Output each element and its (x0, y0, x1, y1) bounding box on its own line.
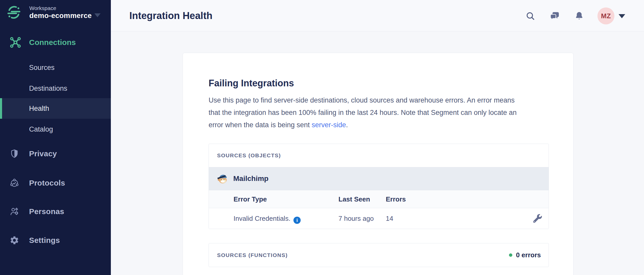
search-icon[interactable] (525, 11, 535, 21)
table-section-header: SOURCES (OBJECTS) (209, 144, 549, 167)
source-name: Mailchimp (233, 175, 269, 183)
error-type-text: Invalid Credentials. (234, 215, 290, 222)
description-line: that the integration has been 100% faili… (209, 106, 517, 119)
sidebar-item-privacy[interactable]: Privacy (0, 148, 111, 159)
source-row-mailchimp[interactable]: Mailchimp (209, 167, 549, 190)
status-dot-icon (509, 253, 512, 257)
column-header-errors: Errors (386, 190, 406, 208)
bell-icon[interactable] (574, 11, 584, 21)
description-text: . (346, 121, 348, 129)
main-content: Failing Integrations Use this page to fi… (111, 31, 644, 275)
errors-count-cell: 14 (386, 208, 393, 229)
top-bar: Integration Health MZ (111, 0, 644, 31)
card-heading: Failing Integrations (209, 78, 294, 89)
sidebar-item-sources[interactable]: Sources (29, 64, 55, 71)
avatar[interactable]: MZ (597, 7, 614, 24)
section-title: SOURCES (OBJECTS) (217, 152, 281, 159)
sources-objects-table: SOURCES (OBJECTS) Mailchimp (209, 144, 549, 229)
sidebar-item-label: Health (29, 98, 49, 119)
table-row: Invalid Credentials.i 7 hours ago 14 (209, 208, 549, 229)
workspace-switcher[interactable]: Workspace demo-ecommerce (0, 0, 111, 29)
description-text: error when the data is being sent (209, 121, 312, 129)
segment-logo (7, 5, 21, 20)
sidebar-item-protocols[interactable]: Protocols (0, 177, 111, 189)
card-description: Use this page to find server-side destin… (209, 94, 517, 131)
app-window: Workspace demo-ecommerce Connections (0, 0, 644, 275)
sidebar-item-label: Privacy (29, 148, 57, 159)
info-icon[interactable]: i (293, 217, 301, 224)
sidebar-item-health[interactable]: Health (0, 98, 111, 119)
column-header-last-seen: Last Seen (338, 190, 370, 208)
column-header-error-type: Error Type (234, 190, 267, 208)
workspace-label: Workspace (29, 5, 56, 11)
chevron-down-icon (94, 13, 101, 17)
chat-icon[interactable] (549, 11, 560, 21)
wrench-icon[interactable] (533, 214, 542, 223)
sidebar-item-label: Personas (29, 206, 64, 217)
chevron-down-icon[interactable] (619, 14, 625, 18)
mailchimp-avatar (217, 173, 229, 185)
workspace-name: demo-ecommerce (29, 12, 92, 20)
sidebar-item-personas[interactable]: Personas (0, 206, 111, 217)
sidebar-item-label: Connections (29, 35, 76, 49)
gear-icon (10, 235, 19, 245)
protocols-icon (10, 178, 19, 188)
status-badge: 0 errors (509, 251, 541, 259)
failing-integrations-card: Failing Integrations Use this page to fi… (183, 53, 574, 275)
description-line: error when the data is being sent server… (209, 119, 517, 131)
status-text: 0 errors (516, 251, 541, 259)
last-seen-cell: 7 hours ago (338, 208, 374, 229)
sidebar-item-catalog[interactable]: Catalog (29, 126, 53, 133)
sources-functions-table: SOURCES (FUNCTIONS) 0 errors (209, 243, 549, 267)
page-title: Integration Health (129, 0, 212, 31)
sidebar: Workspace demo-ecommerce Connections (0, 0, 111, 275)
sidebar-item-settings[interactable]: Settings (0, 235, 111, 246)
avatar-initials: MZ (601, 12, 611, 20)
section-title: SOURCES (FUNCTIONS) (217, 252, 288, 258)
table-column-headers: Error Type Last Seen Errors (209, 190, 549, 208)
personas-icon (10, 207, 19, 216)
server-side-link[interactable]: server-side (312, 121, 346, 129)
shield-icon (10, 149, 19, 159)
error-type-cell: Invalid Credentials.i (234, 208, 301, 229)
sidebar-item-connections[interactable]: Connections (0, 35, 111, 49)
sidebar-item-label: Settings (29, 235, 60, 246)
description-line: Use this page to find server-side destin… (209, 94, 517, 106)
sidebar-item-label: Protocols (29, 177, 65, 189)
sidebar-item-destinations[interactable]: Destinations (29, 85, 67, 92)
connections-icon (10, 36, 21, 48)
